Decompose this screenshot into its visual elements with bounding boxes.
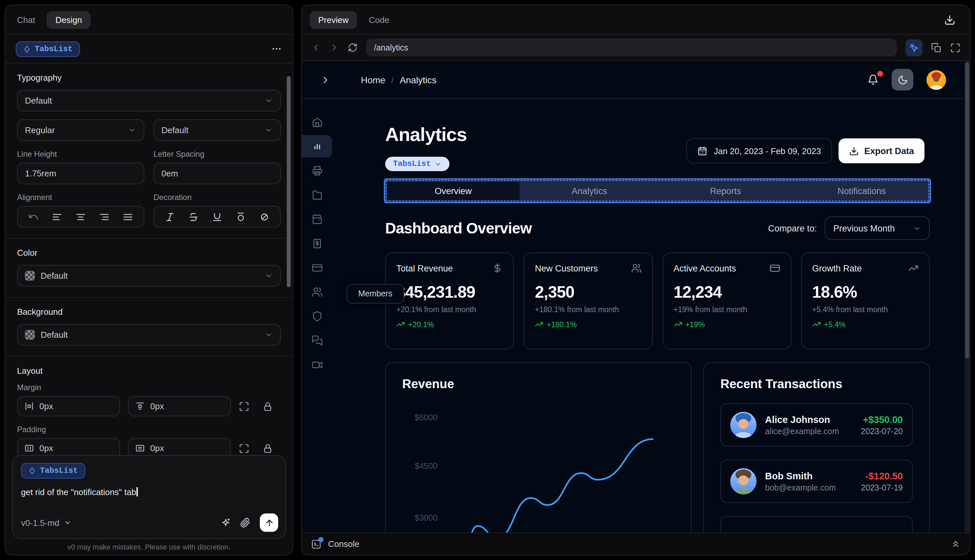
pointer-icon <box>909 42 919 53</box>
lock-padding-icon[interactable] <box>262 443 273 453</box>
tab-design[interactable]: Design <box>47 11 90 28</box>
compare-select[interactable]: Previous Month <box>825 217 930 240</box>
background-label: Background <box>17 307 281 317</box>
download-icon[interactable] <box>944 14 955 25</box>
sidebar-toggle-icon[interactable] <box>320 75 331 85</box>
app-header: Home / Analytics <box>302 61 965 99</box>
align-center-icon[interactable] <box>75 212 86 222</box>
v0-workspace: Chat Design TabsList Typography Default … <box>0 0 975 560</box>
model-select[interactable]: v0-1.5-md <box>21 518 71 528</box>
forward-icon[interactable] <box>329 43 339 52</box>
nav-bar-chart-icon[interactable] <box>302 135 332 157</box>
selected-component-chip[interactable]: TabsList <box>16 41 80 57</box>
nav-shield-icon[interactable] <box>302 305 332 327</box>
copy-icon[interactable] <box>931 42 942 53</box>
undo-icon[interactable] <box>28 212 39 222</box>
theme-toggle-button[interactable] <box>892 69 913 90</box>
url-input[interactable]: /analytics <box>366 39 897 57</box>
letter-spacing-input[interactable]: 0em <box>154 163 281 184</box>
chevron-down-icon <box>264 97 273 105</box>
tab-chat[interactable]: Chat <box>17 15 35 25</box>
date-range-button[interactable]: Jan 20, 2023 - Feb 09, 2023 <box>686 138 832 163</box>
dashboard-tab-reports[interactable]: Reports <box>658 180 793 202</box>
dashboard-tab-overview[interactable]: Overview <box>387 182 519 200</box>
console-label: Console <box>328 539 359 549</box>
typography-section: Typography Default Regular Default Line … <box>5 63 293 239</box>
dashboard-tab-notifications[interactable]: Notifications <box>793 180 930 202</box>
nav-messages-icon[interactable] <box>302 329 332 352</box>
overline-icon[interactable] <box>235 212 246 222</box>
nav-home-icon[interactable] <box>302 111 332 133</box>
nav-printer-icon[interactable] <box>302 159 332 182</box>
console-bar[interactable]: Console <box>302 532 970 555</box>
align-right-icon[interactable] <box>99 212 110 222</box>
preview-scrollbar-thumb[interactable] <box>965 62 969 359</box>
refresh-icon[interactable] <box>348 43 357 52</box>
italic-icon[interactable] <box>165 212 175 222</box>
nav-receipt-icon[interactable] <box>302 232 332 255</box>
inspect-mode-button[interactable] <box>905 39 923 56</box>
align-left-icon[interactable] <box>52 212 62 222</box>
nav-video-icon[interactable] <box>302 353 332 376</box>
fullscreen-icon[interactable] <box>950 42 960 53</box>
line-height-input[interactable]: 1.75rem <box>17 163 144 184</box>
breadcrumb-home[interactable]: Home <box>361 75 386 85</box>
enhance-prompt-icon[interactable] <box>220 517 231 528</box>
diamond-icon <box>28 467 36 475</box>
composer-component-chip[interactable]: TabsList <box>21 463 85 479</box>
expand-margin-icon[interactable] <box>239 401 249 412</box>
slash-zero-icon[interactable] <box>259 212 270 222</box>
lock-margin-icon[interactable] <box>262 401 273 412</box>
font-family-select[interactable]: Default <box>17 90 281 112</box>
margin-x-input[interactable]: 0px <box>17 396 120 417</box>
margin-y-icon <box>135 401 145 411</box>
inspect-selected-chip[interactable]: TabsList <box>385 157 449 171</box>
members-tooltip: Members <box>346 284 404 303</box>
avatar <box>730 468 756 495</box>
notifications-button[interactable] <box>867 74 878 85</box>
nav-credit-card-icon[interactable] <box>302 257 332 279</box>
download-icon <box>849 146 859 156</box>
strikethrough-icon[interactable] <box>188 212 199 222</box>
layout-section: Layout Margin 0px 0px Padding 0px <box>5 357 293 469</box>
font-size-select[interactable]: Default <box>154 119 281 141</box>
stat-cards-row: Total Revenue$45,231.89+20.1% from last … <box>385 252 930 350</box>
align-justify-icon[interactable] <box>123 212 133 222</box>
send-button[interactable] <box>260 513 278 532</box>
user-avatar[interactable] <box>927 70 946 90</box>
transaction-row[interactable]: Alice Johnsonalice@example.com+$350.0020… <box>720 403 913 447</box>
text-caret <box>137 487 138 497</box>
back-icon[interactable] <box>311 43 321 52</box>
underline-icon[interactable] <box>212 212 222 222</box>
expand-padding-icon[interactable] <box>239 443 249 453</box>
nav-users-icon[interactable] <box>302 281 332 303</box>
color-select[interactable]: Default <box>17 265 281 287</box>
more-options-icon[interactable] <box>271 43 282 55</box>
background-select[interactable]: Default <box>17 324 281 345</box>
transaction-row[interactable]: Bob Smithbob@example.com-$120.502023-07-… <box>720 460 913 503</box>
transaction-date: 2023-07-20 <box>861 427 903 436</box>
nav-wallet-icon[interactable] <box>302 208 332 230</box>
nav-folder-icon[interactable] <box>302 183 332 206</box>
transactions-list: Alice Johnsonalice@example.com+$350.0020… <box>720 403 913 532</box>
attach-file-icon[interactable] <box>240 517 250 528</box>
prompt-composer[interactable]: TabsList get rid of the "notifications" … <box>12 455 286 539</box>
stat-trend: +5.4% <box>812 320 919 328</box>
color-label: Color <box>17 248 281 258</box>
chevrons-up-icon[interactable] <box>951 539 960 549</box>
background-swatch <box>25 330 35 340</box>
dollar-icon <box>493 263 503 273</box>
preview-scrollbar[interactable] <box>965 61 970 532</box>
revenue-line-chart <box>386 363 691 532</box>
chevron-down-icon <box>63 519 71 527</box>
tab-preview[interactable]: Preview <box>310 11 357 28</box>
font-weight-select[interactable]: Regular <box>17 119 144 141</box>
dashboard-tab-analytics[interactable]: Analytics <box>521 180 658 202</box>
margin-x-icon <box>24 401 34 411</box>
left-panel-scrollbar[interactable] <box>287 76 290 287</box>
recent-transactions-card: Recent Transactions Alice Johnsonalice@e… <box>703 362 930 532</box>
margin-y-input[interactable]: 0px <box>128 396 231 417</box>
prompt-input[interactable]: get rid of the "notifications" tab <box>21 487 277 497</box>
export-data-button[interactable]: Export Data <box>838 138 925 163</box>
tab-code[interactable]: Code <box>369 15 389 25</box>
